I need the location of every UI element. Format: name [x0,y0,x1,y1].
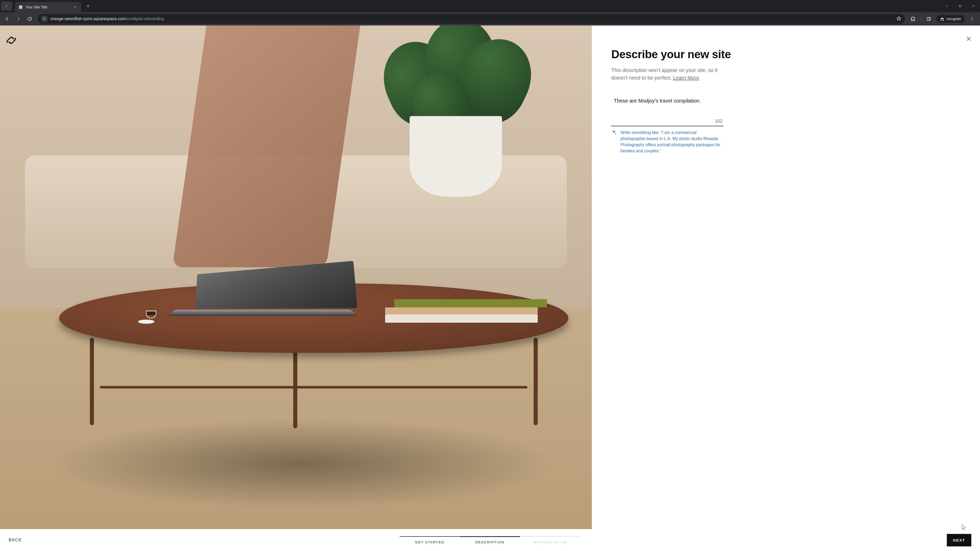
window-minimize-button[interactable] [940,0,953,12]
nav-back-button[interactable] [2,14,12,24]
toolbar-separator [921,16,921,22]
side-panel-button[interactable] [924,14,934,24]
browser-toolbar: orange-swordfish-rpzm.squarespace.com/co… [0,12,980,25]
form-heading: Describe your new site [611,48,968,61]
page-content: Describe your new site This description … [0,25,980,551]
step-indicator: GET STARTED DESCRIPTION WRITING STYLE [400,536,580,544]
browser-window: Your Site Title orange-swordfish-rpzm.sq… [0,0,980,551]
svg-rect-1 [959,5,961,7]
tab-close-button[interactable] [73,5,78,10]
window-close-button[interactable] [967,0,980,12]
learn-more-link[interactable]: Learn More [673,75,699,81]
browser-menu-button[interactable] [967,14,977,24]
window-controls [940,0,980,12]
svg-rect-0 [19,5,22,9]
url-text: orange-swordfish-rpzm.squarespace.com/co… [51,17,893,21]
svg-point-6 [972,19,972,19]
tab-search-button[interactable] [1,2,12,11]
site-settings-button[interactable] [41,16,48,22]
browser-tab[interactable]: Your Site Title [15,2,81,12]
window-maximize-button[interactable] [953,0,967,12]
new-tab-button[interactable] [84,2,92,11]
step-get-started[interactable]: GET STARTED [400,536,460,544]
form-subtext: This description won't appear on your si… [611,66,729,82]
svg-point-3 [45,19,45,20]
hint-text: Write something like: “I am a commercial… [620,130,721,154]
tab-title: Your Site Title [25,5,70,9]
squarespace-logo-icon[interactable] [6,35,16,46]
svg-rect-4 [927,17,931,21]
next-button[interactable]: NEXT [947,534,971,546]
onboarding-form: Describe your new site This description … [592,25,980,529]
extensions-button[interactable] [908,14,918,24]
incognito-indicator[interactable]: Incognito [936,15,965,23]
svg-point-2 [43,18,44,19]
close-onboarding-button[interactable] [965,35,973,43]
step-description[interactable]: DESCRIPTION [460,536,520,544]
back-button[interactable]: BACK [9,538,22,542]
incognito-icon [940,17,945,21]
site-description-input[interactable] [611,97,724,126]
svg-point-5 [972,17,972,18]
onboarding-body: Describe your new site This description … [0,25,980,529]
incognito-label: Incognito [947,17,961,21]
step-writing-style[interactable]: WRITING STYLE [520,536,580,544]
writing-hint: Write something like: “I am a commercial… [611,130,721,154]
nav-reload-button[interactable] [24,14,35,24]
hero-image [0,25,592,529]
bookmark-star-icon[interactable] [896,16,901,22]
browser-titlebar: Your Site Title [0,0,980,12]
nav-forward-button[interactable] [13,14,24,24]
svg-point-7 [972,20,972,21]
address-bar[interactable]: orange-swordfish-rpzm.squarespace.com/co… [38,14,905,24]
onboarding-footer: BACK GET STARTED DESCRIPTION WRITING STY… [0,529,980,551]
tab-favicon-icon [18,5,23,10]
sparkle-icon [611,130,617,154]
